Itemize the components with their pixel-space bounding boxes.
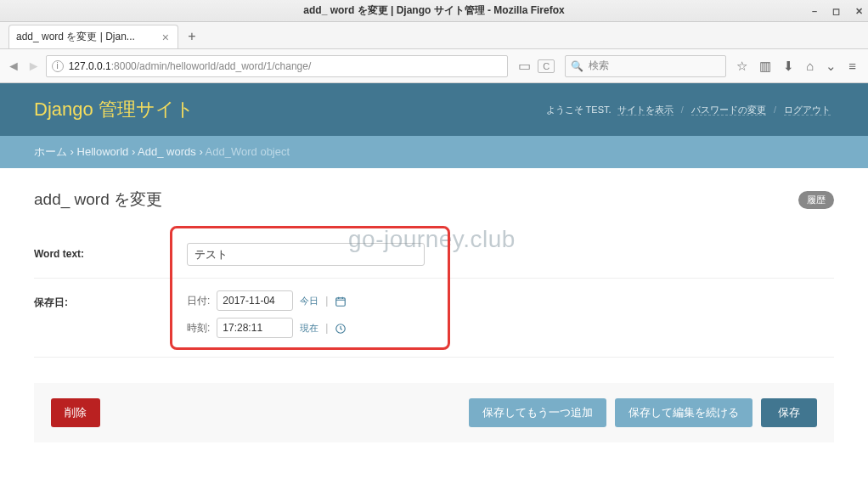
clock-icon[interactable] (335, 321, 347, 335)
logout-link[interactable]: ログアウト (784, 104, 831, 116)
crumb-model[interactable]: Add_ words (138, 145, 196, 158)
reader-icon[interactable]: ▭ (518, 58, 531, 74)
bookmark-star-icon[interactable]: ☆ (736, 59, 747, 74)
save-continue-button[interactable]: 保存して編集を続ける (615, 398, 752, 427)
window-controls: – ◻ ✕ (812, 0, 863, 22)
home-icon[interactable]: ⌂ (806, 59, 814, 73)
page-title: add_ word を変更 (34, 189, 162, 211)
save-add-button[interactable]: 保存してもう一つ追加 (469, 398, 606, 427)
tab-close-icon[interactable]: × (161, 31, 171, 44)
pocket-icon[interactable]: ⌄ (826, 59, 837, 74)
save-button[interactable]: 保存 (761, 398, 817, 427)
date-group-label: 保存日: (34, 290, 187, 310)
back-icon[interactable]: ◄ (7, 59, 20, 74)
reader-refresh: ▭ C (513, 58, 560, 74)
minimize-icon[interactable]: – (812, 6, 817, 16)
delete-button[interactable]: 削除 (51, 398, 100, 427)
form-row-date: 保存日: 日付: 今日 | 時刻: 現在 | (34, 279, 834, 358)
search-icon: 🔍 (571, 60, 583, 72)
site-info-icon[interactable]: i (52, 60, 64, 72)
tab-strip: add_ word を変更 | Djan... × + (0, 22, 868, 49)
close-icon[interactable]: ✕ (855, 6, 863, 17)
svg-rect-0 (336, 298, 346, 306)
search-placeholder: 検索 (589, 59, 609, 73)
right-buttons: 保存してもう一つ追加 保存して編集を続ける 保存 (469, 398, 817, 427)
word-text-input[interactable] (187, 243, 425, 266)
time-label: 時刻: (187, 321, 210, 335)
new-tab-button[interactable]: + (182, 26, 202, 47)
time-line: 時刻: 現在 | (187, 318, 834, 338)
window-titlebar: add_ word を変更 | Django サイト管理 - Mozilla F… (0, 0, 868, 22)
calendar-icon[interactable] (335, 294, 347, 307)
time-input[interactable] (217, 318, 293, 338)
now-shortcut[interactable]: 現在 (300, 322, 318, 335)
crumb-current: Add_Word object (206, 145, 290, 158)
tab-title: add_ word を変更 | Djan... (16, 30, 161, 44)
today-shortcut[interactable]: 今日 (300, 295, 318, 307)
window-title: add_ word を変更 | Django サイト管理 - Mozilla F… (303, 3, 564, 18)
date-input[interactable] (217, 290, 293, 311)
crumb-home[interactable]: ホーム (34, 145, 67, 158)
user-tools: ようこそ TEST. サイトを表示 / パスワードの変更 / ログアウト (546, 104, 834, 116)
menu-icon[interactable]: ≡ (848, 59, 856, 73)
refresh-icon[interactable]: C (538, 59, 555, 73)
welcome-text: ようこそ TEST. (546, 104, 612, 115)
download-icon[interactable]: ⬇ (783, 59, 794, 74)
maximize-icon[interactable]: ◻ (832, 6, 840, 17)
django-header: Django 管理サイト ようこそ TEST. サイトを表示 / パスワードの変… (0, 83, 868, 136)
address-bar: ◄ ► i 127.0.0.1:8000/admin/helloworld/ad… (0, 49, 868, 83)
nav-arrows: ◄ ► (7, 59, 41, 74)
date-label: 日付: (187, 294, 210, 308)
url-input[interactable]: i 127.0.0.1:8000/admin/helloworld/add_wo… (46, 55, 509, 77)
forward-icon[interactable]: ► (27, 59, 41, 74)
form-row-word: Word text: (34, 231, 834, 279)
breadcrumb: ホーム › Helloworld › Add_ words › Add_Word… (0, 136, 868, 168)
sidebar-icon[interactable]: ▥ (759, 59, 771, 74)
search-input[interactable]: 🔍 検索 (565, 55, 726, 77)
submit-row: 削除 保存してもう一つ追加 保存して編集を続ける 保存 (34, 383, 834, 442)
url-path: /admin/helloworld/add_word/1/change/ (137, 60, 311, 72)
toolbar-icons: ☆ ▥ ⬇ ⌂ ⌄ ≡ (731, 59, 861, 74)
view-site-link[interactable]: サイトを表示 (617, 104, 674, 116)
browser-tab[interactable]: add_ word を変更 | Djan... × (8, 25, 178, 48)
date-line: 日付: 今日 | (187, 290, 834, 311)
url-port: :8000 (111, 60, 137, 72)
word-label: Word text: (34, 243, 187, 260)
content-head: add_ word を変更 履歴 (34, 189, 834, 211)
url-host: 127.0.0.1 (69, 60, 111, 72)
form-area: go-journey.club Word text: 保存日: 日付: 今日 | (34, 231, 834, 358)
content: add_ word を変更 履歴 go-journey.club Word te… (0, 168, 868, 451)
django-brand[interactable]: Django 管理サイト (34, 97, 194, 122)
crumb-app[interactable]: Helloworld (77, 145, 129, 158)
change-password-link[interactable]: パスワードの変更 (691, 104, 766, 116)
history-button[interactable]: 履歴 (798, 191, 834, 209)
